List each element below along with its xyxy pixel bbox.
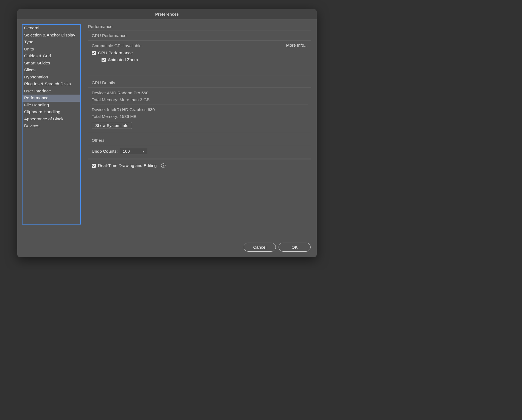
gpu-details-section: GPU Details Device: AMD Radeon Pro 560 T…	[88, 80, 311, 133]
gpu-memory-2: Total Memory: 1536 MB	[92, 114, 308, 119]
gpu-performance-checkbox-row[interactable]: GPU Performance	[92, 50, 286, 55]
compatible-gpu-text: Compatible GPU available.	[92, 43, 286, 48]
sidebar-item-type[interactable]: Type	[23, 39, 80, 46]
others-header: Others	[88, 138, 311, 145]
sidebar-item-smart-guides[interactable]: Smart Guides	[23, 60, 80, 67]
dialog-titlebar: Preferences	[17, 9, 317, 19]
sidebar-item-file-handling[interactable]: File Handling	[23, 102, 80, 109]
gpu-performance-checkbox[interactable]	[92, 51, 96, 55]
undo-counts-value: 100	[123, 149, 130, 154]
sidebar-item-guides-grid[interactable]: Guides & Grid	[23, 53, 80, 60]
sidebar-item-hyphenation[interactable]: Hyphenation	[23, 74, 80, 81]
more-info-link[interactable]: More Info...	[286, 43, 308, 48]
sidebar-item-clipboard-handling[interactable]: Clipboard Handling	[23, 109, 80, 116]
undo-counts-row: Undo Counts: 100	[92, 148, 308, 154]
sidebar: General Selection & Anchor Display Type …	[22, 24, 81, 225]
gpu-performance-checkbox-label: GPU Performance	[98, 50, 133, 55]
gpu-performance-section: GPU Performance Compatible GPU available…	[88, 33, 311, 75]
sidebar-item-plugins-scratch-disks[interactable]: Plug-ins & Scratch Disks	[23, 81, 80, 88]
others-body-2: Real-Time Drawing and Editing i	[88, 160, 311, 168]
page-title: Performance	[88, 24, 311, 30]
gpu-details-header: GPU Details	[88, 80, 311, 87]
gpu-details-divider	[92, 104, 308, 104]
cancel-button[interactable]: Cancel	[244, 243, 276, 252]
sidebar-item-general[interactable]: General	[23, 25, 80, 32]
realtime-drawing-row[interactable]: Real-Time Drawing and Editing i	[92, 163, 308, 168]
animated-zoom-checkbox-label: Animated Zoom	[108, 57, 138, 62]
gpu-details-body: Device: AMD Radeon Pro 560 Total Memory:…	[88, 87, 311, 133]
gpu-device-1: Device: AMD Radeon Pro 560	[92, 90, 308, 95]
gpu-performance-header: GPU Performance	[88, 33, 311, 40]
undo-counts-label: Undo Counts:	[92, 149, 118, 154]
gpu-device-2: Device: Intel(R) HD Graphics 630	[92, 107, 308, 112]
sidebar-item-slices[interactable]: Slices	[23, 67, 80, 74]
undo-counts-select[interactable]: 100	[120, 148, 147, 154]
gpu-performance-body: Compatible GPU available. GPU Performanc…	[88, 40, 311, 75]
others-body: Undo Counts: 100	[88, 145, 311, 158]
sidebar-item-devices[interactable]: Devices	[23, 123, 80, 130]
sidebar-item-performance[interactable]: Performance	[23, 95, 80, 102]
show-system-info-button[interactable]: Show System Info	[92, 122, 132, 129]
ok-button[interactable]: OK	[279, 243, 311, 252]
preferences-dialog: Preferences General Selection & Anchor D…	[17, 9, 317, 257]
sidebar-item-user-interface[interactable]: User Interface	[23, 88, 80, 95]
dialog-footer: Cancel OK	[244, 243, 311, 252]
animated-zoom-checkbox[interactable]	[102, 58, 106, 62]
sidebar-item-appearance-of-black[interactable]: Appearance of Black	[23, 116, 80, 123]
realtime-drawing-checkbox[interactable]	[92, 164, 96, 168]
others-section: Others Undo Counts: 100 Real-Time Drawin…	[88, 138, 311, 168]
dialog-content: General Selection & Anchor Display Type …	[17, 19, 317, 235]
realtime-drawing-label: Real-Time Drawing and Editing	[98, 163, 157, 168]
main-panel: Performance GPU Performance Compatible G…	[81, 24, 311, 235]
info-icon[interactable]: i	[161, 163, 165, 168]
sidebar-item-units[interactable]: Units	[23, 46, 80, 53]
gpu-memory-1: Total Memory: More than 3 GB.	[92, 97, 308, 102]
dialog-title: Preferences	[155, 12, 179, 16]
sidebar-item-selection-anchor-display[interactable]: Selection & Anchor Display	[23, 32, 80, 39]
animated-zoom-checkbox-row[interactable]: Animated Zoom	[102, 57, 286, 62]
